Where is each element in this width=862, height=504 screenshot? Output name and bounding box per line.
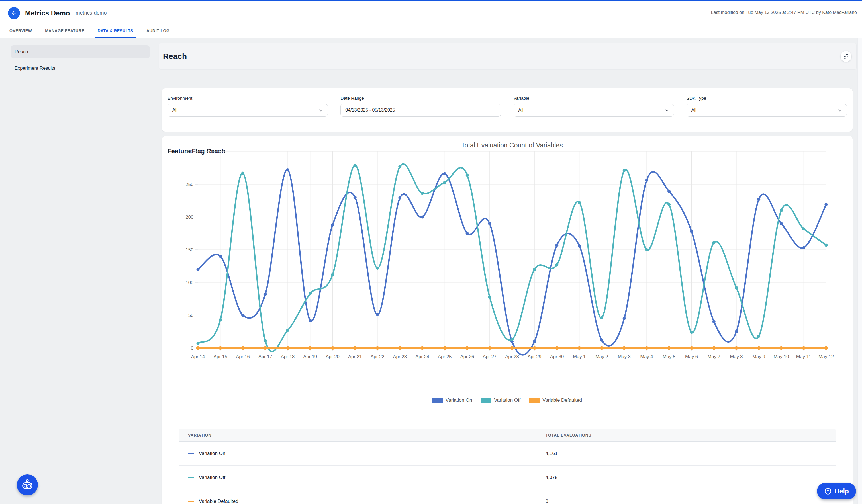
svg-text:Apr 23: Apr 23 [393, 354, 407, 359]
last-modified-text: Last modified on Tue May 13 2025 at 2:47… [711, 10, 857, 16]
arrow-left-icon [11, 10, 17, 16]
sdk-type-select[interactable]: All [687, 104, 847, 117]
svg-text:Apr 24: Apr 24 [415, 354, 429, 359]
svg-text:50: 50 [188, 313, 193, 318]
chevron-down-icon [837, 108, 842, 113]
svg-text:250: 250 [185, 182, 193, 187]
tab-manage-feature[interactable]: MANAGE FEATURE [42, 25, 87, 38]
legend-swatch [529, 398, 540, 403]
total-evaluations-value: 4,078 [546, 475, 826, 480]
filter-environment: Environment All [168, 96, 328, 124]
sidebar-item-reach[interactable]: Reach [11, 45, 150, 58]
legend-label: Variation On [445, 398, 472, 403]
svg-text:May 2: May 2 [596, 354, 608, 359]
table-row: Variable Defaulted 0 [179, 490, 836, 504]
svg-text:Apr 25: Apr 25 [438, 354, 452, 359]
column-header-variation: VARIATION [188, 433, 546, 437]
filter-variable: Variable All [514, 96, 674, 124]
app-header: Metrics Demo metrics-demo Last modified … [0, 1, 862, 25]
svg-text:Apr 29: Apr 29 [527, 354, 541, 359]
page-title: Metrics Demo [25, 9, 70, 17]
svg-text:May 4: May 4 [640, 354, 653, 359]
help-button[interactable]: ? Help [817, 483, 856, 500]
svg-text:100: 100 [185, 280, 193, 285]
svg-text:May 3: May 3 [618, 354, 631, 359]
series-color-dash [188, 501, 194, 502]
svg-text:May 6: May 6 [685, 354, 698, 359]
environment-select[interactable]: All [168, 104, 328, 117]
chart-legend: Variation On Variation Off Variable Defa… [165, 398, 849, 403]
tab-data-results[interactable]: DATA & RESULTS [94, 25, 136, 38]
svg-text:Apr 16: Apr 16 [236, 354, 250, 359]
filter-sdk-type-label: SDK Type [687, 96, 847, 101]
robot-icon [21, 478, 34, 491]
tab-overview[interactable]: OVERVIEW [6, 25, 35, 38]
chevron-down-icon [318, 108, 323, 113]
legend-label: Variation Off [494, 398, 520, 403]
legend-swatch [432, 398, 443, 403]
assistant-button[interactable] [17, 474, 38, 495]
date-range-input-wrap [340, 104, 501, 117]
series-color-dash [188, 453, 194, 454]
svg-text:May 10: May 10 [773, 354, 789, 359]
back-button[interactable] [8, 7, 20, 19]
table-header-row: VARIATION TOTAL EVALUATIONS [179, 428, 836, 442]
table-row: Variation On 4,161 [179, 442, 836, 466]
link-icon [843, 54, 849, 59]
section-header: Reach [159, 43, 856, 69]
svg-text:Apr 22: Apr 22 [370, 354, 384, 359]
chevron-down-icon [664, 108, 669, 113]
svg-text:Apr 30: Apr 30 [550, 354, 564, 359]
svg-text:Apr 21: Apr 21 [348, 354, 362, 359]
svg-text:Apr 19: Apr 19 [303, 354, 317, 359]
variations-table: VARIATION TOTAL EVALUATIONS Variation On… [179, 428, 836, 504]
svg-text:Apr 26: Apr 26 [460, 354, 474, 359]
svg-text:May 11: May 11 [796, 354, 811, 359]
svg-text:150: 150 [185, 247, 193, 252]
svg-text:May 1: May 1 [573, 354, 586, 359]
column-header-total-evaluations: TOTAL EVALUATIONS [546, 433, 826, 437]
tab-audit-log[interactable]: AUDIT LOG [144, 25, 173, 38]
svg-text:Apr 18: Apr 18 [281, 354, 295, 359]
evaluation-count-chart[interactable]: Total Evaluation Count of Variables05010… [165, 136, 849, 393]
svg-text:Apr 28: Apr 28 [505, 354, 519, 359]
svg-text:300: 300 [185, 149, 193, 154]
total-evaluations-value: 4,161 [546, 451, 826, 456]
svg-text:?: ? [827, 489, 829, 493]
sdk-type-select-value: All [691, 108, 696, 113]
filter-sdk-type: SDK Type All [687, 96, 847, 124]
environment-select-value: All [172, 108, 178, 113]
results-sidebar: Reach Experiment Results [0, 38, 159, 78]
svg-text:200: 200 [185, 214, 193, 220]
copy-link-button[interactable] [841, 51, 851, 62]
legend-item-variation-on[interactable]: Variation On [432, 398, 472, 403]
vertical-scrollbar[interactable] [858, 38, 862, 504]
table-row: Variation Off 4,078 [179, 466, 836, 490]
svg-text:May 8: May 8 [730, 354, 743, 359]
series-color-dash [188, 477, 194, 478]
svg-text:Apr 17: Apr 17 [258, 354, 272, 359]
sidebar-item-experiment-results[interactable]: Experiment Results [11, 62, 150, 75]
legend-item-variable-defaulted[interactable]: Variable Defaulted [529, 398, 582, 403]
variable-select[interactable]: All [514, 104, 674, 117]
question-circle-icon: ? [824, 488, 832, 495]
svg-text:Total Evaluation Count of Vari: Total Evaluation Count of Variables [461, 142, 563, 149]
svg-text:May 9: May 9 [752, 354, 765, 359]
variable-select-value: All [519, 108, 524, 113]
legend-swatch [481, 398, 492, 403]
date-range-input[interactable] [345, 108, 496, 113]
help-button-label: Help [835, 488, 849, 495]
feature-tabs: OVERVIEW MANAGE FEATURE DATA & RESULTS A… [0, 25, 862, 38]
svg-text:May 12: May 12 [819, 354, 834, 359]
filter-date-range-label: Date Range [340, 96, 501, 101]
filter-variable-label: Variable [514, 96, 674, 101]
legend-label: Variable Defaulted [543, 398, 582, 403]
svg-text:Apr 27: Apr 27 [483, 354, 497, 359]
legend-item-variation-off[interactable]: Variation Off [481, 398, 520, 403]
filter-environment-label: Environment [168, 96, 328, 101]
feature-key: metrics-demo [76, 10, 106, 16]
svg-text:Apr 15: Apr 15 [213, 354, 227, 359]
svg-text:0: 0 [191, 345, 193, 350]
svg-text:Apr 20: Apr 20 [326, 354, 340, 359]
app-window: { "header": { "title": "Metrics Demo", "… [0, 0, 862, 504]
